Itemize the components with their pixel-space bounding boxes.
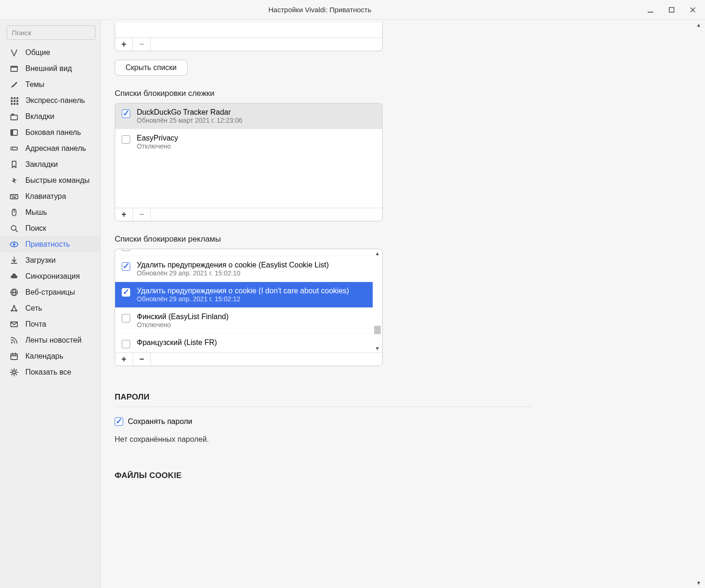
main-content: + − Скрыть списки Списки блокировки слеж…	[101, 23, 552, 480]
sidebar-item-quick[interactable]: Быстрые команды	[0, 172, 100, 188]
scrollbar-track[interactable]	[374, 258, 381, 344]
ads-lists-box: Отключено Удалить предупреждения о cooki…	[115, 249, 383, 366]
sidebar-item-gear[interactable]: Показать все	[0, 364, 100, 380]
passwords-heading: ПАРОЛИ	[115, 392, 532, 407]
list-item-sub: Обновлён 25 март 2021 г. 12:23:06	[137, 117, 242, 124]
hide-lists-button[interactable]: Скрыть списки	[115, 60, 188, 76]
sidebar-item-eye[interactable]: Приватность	[0, 236, 100, 252]
remove-button[interactable]: −	[133, 353, 151, 366]
list-checkbox[interactable]	[122, 135, 130, 144]
save-passwords-checkbox[interactable]	[115, 417, 123, 426]
brush-icon	[9, 80, 19, 89]
list-item-title: Удалить предупреждения о cookie (I don't…	[137, 287, 349, 295]
sidebar-item-label: Закладки	[25, 160, 58, 169]
sidebar-item-appearance[interactable]: Внешний вид	[0, 61, 100, 77]
main-scroll-down-icon[interactable]: ▼	[696, 580, 701, 586]
sidebar-item-label: Сеть	[25, 304, 42, 313]
content: ОбщиеВнешний видТемыЭкспресс-панельВклад…	[0, 20, 705, 588]
sidebar-item-label: Приватность	[25, 240, 70, 249]
add-button[interactable]: +	[115, 208, 133, 221]
grid-icon	[9, 96, 19, 105]
svg-rect-6	[16, 97, 18, 99]
list-item-sub: Обновлён 29 апр. 2021 г. 15:02:12	[137, 295, 349, 303]
sidebar-item-cloud[interactable]: Синхронизация	[0, 268, 100, 284]
svg-rect-12	[16, 103, 18, 105]
list-item[interactable]: Удалить предупреждения о cookie (I don't…	[115, 282, 373, 308]
list-item-title: Удалить предупреждения о cookie (Easylis…	[137, 261, 329, 269]
sidebar: ОбщиеВнешний видТемыЭкспресс-панельВклад…	[0, 20, 101, 588]
main-scroll-up-icon[interactable]: ▲	[696, 22, 701, 28]
sidebar-item-label: Экспресс-панель	[25, 96, 85, 105]
maximize-button[interactable]	[661, 0, 682, 20]
svg-rect-4	[11, 97, 13, 99]
mail-icon	[9, 320, 19, 329]
sidebar-item-label: Синхронизация	[25, 272, 80, 281]
list-checkbox[interactable]	[122, 340, 130, 348]
tracking-lists-box: DuckDuckGo Tracker RadarОбновлён 25 март…	[115, 103, 383, 221]
scroll-up-icon[interactable]: ▲	[375, 249, 380, 258]
list-checkbox[interactable]	[122, 110, 130, 118]
sidebar-item-search[interactable]: Поиск	[0, 220, 100, 236]
list-checkbox[interactable]	[122, 314, 130, 322]
sidebar-item-brush[interactable]: Темы	[0, 77, 100, 93]
list-item[interactable]: EasyPrivacyОтключено	[115, 129, 382, 155]
ads-lists-viewport: Отключено Удалить предупреждения о cooki…	[115, 249, 373, 353]
add-button[interactable]: +	[115, 353, 133, 366]
sidebar-item-label: Боковая панель	[25, 128, 81, 137]
svg-rect-7	[11, 100, 13, 102]
svg-rect-5	[14, 97, 16, 99]
sidebar-item-calendar[interactable]: Календарь	[0, 348, 100, 364]
list-item[interactable]: Удалить предупреждения о cookie (Easylis…	[115, 256, 373, 282]
svg-rect-19	[11, 196, 12, 196]
sidebar-item-grid[interactable]: Экспресс-панель	[0, 93, 100, 109]
sidebar-item-keyboard[interactable]: Клавиатура	[0, 188, 100, 204]
ads-scrollbar[interactable]: ▲ ▼	[373, 249, 382, 353]
list-item-title: Финский (EasyList Finland)	[137, 313, 228, 321]
svg-rect-8	[14, 100, 16, 102]
ads-lists-body: Отключено Удалить предупреждения о cooki…	[115, 249, 373, 353]
save-passwords-row[interactable]: Сохранять пароли	[115, 417, 538, 426]
sidebar-item-label: Ленты новостей	[25, 336, 81, 345]
svg-point-42	[13, 371, 16, 374]
appearance-icon	[9, 64, 19, 73]
sidebar-item-download[interactable]: Загрузки	[0, 252, 100, 268]
sidebar-item-address[interactable]: Адресная панель	[0, 141, 100, 157]
list-item[interactable]: Французский (Liste FR)	[115, 334, 373, 353]
svg-rect-22	[16, 196, 16, 196]
minimize-button[interactable]	[640, 0, 661, 20]
remove-button[interactable]: −	[133, 38, 151, 51]
keyboard-icon	[9, 192, 19, 201]
sidebar-item-v[interactable]: Общие	[0, 45, 100, 61]
list-checkbox[interactable]	[122, 288, 130, 297]
scroll-down-icon[interactable]: ▼	[375, 344, 380, 353]
scrollbar-thumb[interactable]	[374, 326, 381, 334]
add-button[interactable]: +	[115, 38, 133, 51]
list-item[interactable]: Отключено	[115, 249, 373, 256]
list-item[interactable]: Финский (EasyList Finland)Отключено	[115, 308, 373, 334]
sidebar-item-tabs[interactable]: Вкладки	[0, 109, 100, 125]
sidebar-item-label: Адресная панель	[25, 144, 86, 153]
svg-rect-23	[12, 197, 16, 198]
sidebar-item-network[interactable]: Сеть	[0, 300, 100, 316]
sidebar-item-mouse[interactable]: Мышь	[0, 204, 100, 220]
main-panel: ▲ ▼ + − Скрыть списки Списки блокировки …	[101, 20, 705, 588]
search-input[interactable]	[7, 25, 95, 40]
remove-button[interactable]: −	[133, 208, 151, 221]
sidebar-item-mail[interactable]: Почта	[0, 316, 100, 332]
close-button[interactable]	[682, 0, 703, 20]
list-checkbox[interactable]	[122, 262, 130, 271]
svg-rect-18	[10, 195, 18, 199]
list-item[interactable]: DuckDuckGo Tracker RadarОбновлён 25 март…	[115, 103, 382, 129]
whitelist-body	[115, 23, 382, 38]
sidebar-item-globe[interactable]: Веб-страницы	[0, 284, 100, 300]
sidebar-search	[7, 25, 95, 40]
sidebar-item-bookmark[interactable]: Закладки	[0, 157, 100, 172]
tracking-lists-heading: Списки блокировки слежки	[115, 89, 538, 98]
sidebar-item-rss[interactable]: Ленты новостей	[0, 332, 100, 348]
list-item-title: DuckDuckGo Tracker Radar	[137, 108, 242, 117]
svg-line-27	[16, 230, 17, 232]
cloud-icon	[9, 272, 19, 281]
svg-rect-15	[11, 130, 13, 135]
sidebar-item-panel[interactable]: Боковая панель	[0, 125, 100, 141]
list-checkbox[interactable]	[122, 249, 130, 251]
